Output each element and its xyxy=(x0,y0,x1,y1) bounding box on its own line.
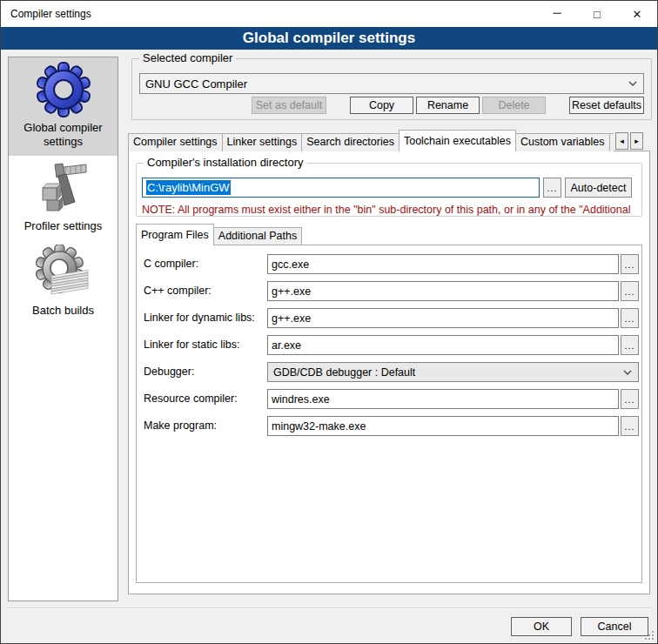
footer-divider xyxy=(8,607,650,609)
tab-scroll-arrows: ◂ ▸ xyxy=(614,132,643,150)
tab-toolchain-executables[interactable]: Toolchain executables xyxy=(399,130,516,151)
sidebar-item-label: Profiler settings xyxy=(24,219,103,233)
ellipsis-icon: ... xyxy=(624,421,634,432)
auto-detect-button[interactable]: Auto-detect xyxy=(565,178,632,198)
rename-button[interactable]: Rename xyxy=(416,97,480,114)
minimize-icon: ─ xyxy=(553,6,561,19)
resource-compiler-input[interactable]: windres.exe xyxy=(267,389,619,409)
ellipsis-icon: ... xyxy=(624,394,634,405)
debugger-row: Debugger: GDB/CDB debugger : Default xyxy=(137,362,641,382)
make-program-label: Make program: xyxy=(144,416,269,436)
ellipsis-icon: ... xyxy=(624,259,634,270)
cpp-compiler-row: C++ compiler: g++.exe ... xyxy=(137,281,641,301)
tab-search-directories[interactable]: Search directories xyxy=(301,133,400,151)
ellipsis-icon: ... xyxy=(624,313,634,324)
tab-scroll-left-button[interactable]: ◂ xyxy=(615,132,628,150)
c-compiler-label: C compiler: xyxy=(144,254,269,274)
static-linker-label: Linker for static libs: xyxy=(144,335,269,355)
static-linker-row: Linker for static libs: ar.exe ... xyxy=(137,335,641,355)
blue-gear-icon xyxy=(36,62,91,117)
reset-defaults-button[interactable]: Reset defaults xyxy=(569,97,644,114)
cpp-compiler-label: C++ compiler: xyxy=(144,281,269,301)
compiler-settings-window: Compiler settings ─ □ ✕ Global compiler … xyxy=(0,0,658,644)
compiler-select-value: GNU GCC Compiler xyxy=(145,77,638,91)
maximize-icon: □ xyxy=(594,8,601,21)
gray-gear-stack-icon xyxy=(36,245,91,300)
resize-grip-icon[interactable] xyxy=(645,631,654,640)
compiler-select[interactable]: GNU GCC Compiler xyxy=(139,73,644,94)
installation-directory-value: C:\raylib\MinGW xyxy=(146,180,231,195)
dialog-header: Global compiler settings xyxy=(1,27,657,50)
tab-compiler-settings[interactable]: Compiler settings xyxy=(128,133,223,151)
toolchain-executables-panel: Compiler's installation directory C:\ray… xyxy=(128,151,650,594)
debugger-select[interactable]: GDB/CDB debugger : Default xyxy=(267,362,639,382)
debugger-label: Debugger: xyxy=(144,362,269,382)
title-bar: Compiler settings ─ □ ✕ xyxy=(1,1,657,27)
make-program-row: Make program: mingw32-make.exe ... xyxy=(137,416,641,436)
sidebar-item-global-compiler-settings[interactable]: Global compiler settings xyxy=(9,57,118,156)
copy-button[interactable]: Copy xyxy=(350,97,413,114)
cpp-compiler-browse-button[interactable]: ... xyxy=(621,281,639,301)
subtab-additional-paths[interactable]: Additional Paths xyxy=(213,227,302,245)
ellipsis-icon: ... xyxy=(624,286,634,297)
static-linker-browse-button[interactable]: ... xyxy=(621,335,639,355)
minimize-button[interactable]: ─ xyxy=(537,1,577,27)
c-compiler-browse-button[interactable]: ... xyxy=(621,254,639,274)
resource-compiler-label: Resource compiler: xyxy=(144,389,269,409)
caption-buttons: ─ □ ✕ xyxy=(537,1,657,27)
installation-directory-input[interactable]: C:\raylib\MinGW xyxy=(142,178,540,198)
installation-directory-group-label: Compiler's installation directory xyxy=(144,156,307,170)
installation-directory-group: Compiler's installation directory C:\ray… xyxy=(136,163,642,217)
cancel-button[interactable]: Cancel xyxy=(581,617,648,636)
chevron-down-icon xyxy=(623,370,632,375)
sidebar-item-label: Batch builds xyxy=(32,304,94,318)
close-button[interactable]: ✕ xyxy=(617,1,657,27)
delete-button[interactable]: Delete xyxy=(482,97,546,114)
program-files-page: C compiler: gcc.exe ... C++ compiler: g+… xyxy=(136,245,642,583)
sidebar-item-profiler-settings[interactable]: Profiler settings xyxy=(9,156,118,240)
arrow-left-icon: ◂ xyxy=(620,137,624,145)
sidebar-item-batch-builds[interactable]: Batch builds xyxy=(9,240,118,325)
arrow-right-icon: ▸ xyxy=(634,137,639,145)
subtab-program-files[interactable]: Program Files xyxy=(136,224,214,245)
selected-compiler-group: Selected compiler GNU GCC Compiler Set a… xyxy=(131,58,652,120)
c-compiler-input[interactable]: gcc.exe xyxy=(267,254,619,274)
window-title: Compiler settings xyxy=(1,8,91,20)
toolchain-subtabs: Program Files Additional Paths xyxy=(136,224,642,245)
dynamic-linker-label: Linker for dynamic libs: xyxy=(144,308,269,328)
ellipsis-icon: ... xyxy=(624,340,634,351)
resource-compiler-browse-button[interactable]: ... xyxy=(621,389,639,409)
installation-directory-note: NOTE: All programs must exist either in … xyxy=(142,204,640,216)
resource-compiler-row: Resource compiler: windres.exe ... xyxy=(137,389,641,409)
caliper-icon xyxy=(36,160,91,216)
tab-scroll-right-button[interactable]: ▸ xyxy=(630,132,643,150)
cpp-compiler-input[interactable]: g++.exe xyxy=(267,281,619,301)
set-as-default-button[interactable]: Set as default xyxy=(252,97,326,114)
static-linker-input[interactable]: ar.exe xyxy=(267,335,619,355)
tab-linker-settings[interactable]: Linker settings xyxy=(222,133,303,151)
make-program-input[interactable]: mingw32-make.exe xyxy=(267,416,619,436)
c-compiler-row: C compiler: gcc.exe ... xyxy=(137,254,641,274)
compiler-tabs: Compiler settings Linker settings Search… xyxy=(128,130,614,151)
dynamic-linker-input[interactable]: g++.exe xyxy=(267,308,619,328)
make-program-browse-button[interactable]: ... xyxy=(621,416,639,436)
settings-sidebar: Global compiler settings Profiler settin… xyxy=(8,57,118,601)
installation-directory-browse-button[interactable]: ... xyxy=(543,178,561,198)
close-icon: ✕ xyxy=(633,8,642,21)
debugger-select-value: GDB/CDB debugger : Default xyxy=(273,366,633,379)
tab-custom-variables[interactable]: Custom variables xyxy=(515,133,610,151)
maximize-button[interactable]: □ xyxy=(577,1,617,27)
page-title: Global compiler settings xyxy=(243,30,415,47)
ellipsis-icon: ... xyxy=(547,183,557,193)
dynamic-linker-row: Linker for dynamic libs: g++.exe ... xyxy=(137,308,641,328)
ok-button[interactable]: OK xyxy=(511,617,572,636)
selected-compiler-group-label: Selected compiler xyxy=(139,51,236,65)
dynamic-linker-browse-button[interactable]: ... xyxy=(621,308,639,328)
sidebar-item-label: Global compiler settings xyxy=(10,121,116,149)
chevron-down-icon xyxy=(628,81,637,86)
